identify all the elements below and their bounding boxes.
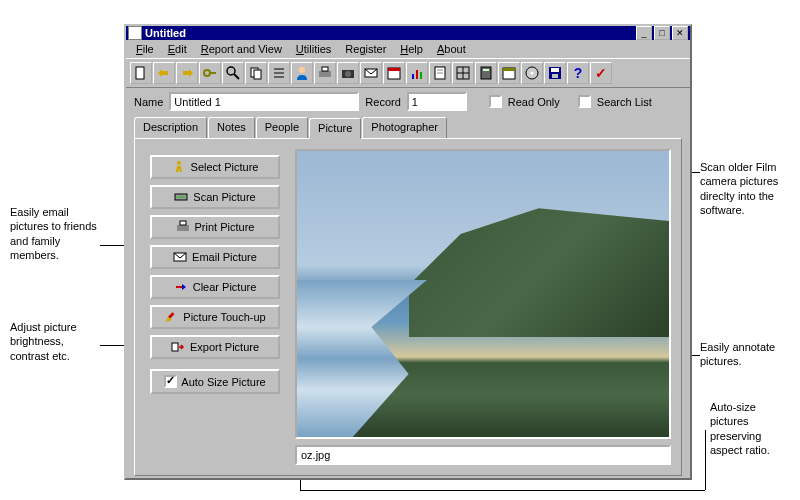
svg-rect-2 [210,72,216,74]
svg-line-4 [234,74,239,79]
touchup-picture-button[interactable]: Picture Touch-up [150,305,280,329]
tool-printer-icon[interactable] [314,62,336,84]
svg-rect-0 [136,67,144,79]
clear-picture-button[interactable]: Clear Picture [150,275,280,299]
app-icon [128,26,142,40]
export-picture-button[interactable]: Export Picture [150,335,280,359]
name-input[interactable] [169,92,359,111]
close-button[interactable]: ✕ [672,26,688,40]
person-run-icon [172,160,186,174]
svg-point-36 [177,161,181,165]
searchlist-label: Search List [597,96,652,108]
svg-rect-28 [483,69,489,71]
printer-icon [176,220,190,234]
annotation-scan: Scan older Film camera pictures direclty… [700,160,795,217]
record-label: Record [365,96,400,108]
tool-report-icon[interactable] [429,62,451,84]
annotation-autosize: Auto-size pictures preserving aspect rat… [710,400,790,457]
tab-notes[interactable]: Notes [208,117,255,138]
tool-envelope-icon[interactable] [360,62,382,84]
pencil-icon [164,310,178,324]
tool-hand-right-icon[interactable] [176,62,198,84]
email-picture-button[interactable]: Email Picture [150,245,280,269]
picture-buttons: Select Picture Scan Picture Print Pictur… [145,149,285,465]
tool-chart-icon[interactable] [406,62,428,84]
menu-about[interactable]: About [431,42,472,56]
tool-check-icon[interactable]: ✓ [590,62,612,84]
print-picture-button[interactable]: Print Picture [150,215,280,239]
svg-point-3 [227,67,235,75]
menu-help[interactable]: Help [394,42,429,56]
menu-utilities[interactable]: Utilities [290,42,337,56]
tab-description[interactable]: Description [134,117,207,138]
app-window: Untitled _ □ ✕ File Edit Report and View… [124,24,692,480]
menu-file[interactable]: File [130,42,160,56]
tab-photographer[interactable]: Photographer [362,117,447,138]
picture-preview[interactable] [295,149,671,439]
scan-picture-button[interactable]: Scan Picture [150,185,280,209]
tool-list-icon[interactable] [268,62,290,84]
tab-content: Select Picture Scan Picture Print Pictur… [134,138,682,476]
tool-cd-icon[interactable] [521,62,543,84]
autosize-checkbox[interactable] [164,375,177,388]
envelope-icon [173,250,187,264]
tool-hand-left-icon[interactable] [153,62,175,84]
tool-calendar-icon[interactable] [383,62,405,84]
svg-rect-18 [412,74,414,79]
tool-camera-icon[interactable] [337,62,359,84]
svg-rect-11 [319,71,331,77]
tab-panel: Description Notes People Picture Photogr… [134,117,682,476]
svg-rect-19 [416,70,418,79]
select-picture-button[interactable]: Select Picture [150,155,280,179]
svg-rect-27 [481,67,491,79]
record-input[interactable] [407,92,467,111]
name-label: Name [134,96,163,108]
tab-picture[interactable]: Picture [309,118,361,139]
maximize-button[interactable]: □ [654,26,670,40]
tool-new-icon[interactable] [130,62,152,84]
tool-save-icon[interactable] [544,62,566,84]
menu-edit[interactable]: Edit [162,42,193,56]
svg-rect-12 [322,67,328,71]
scanner-icon [174,190,188,204]
filename-field[interactable]: oz.jpg [295,445,671,465]
svg-point-32 [531,72,534,75]
annotation-annotate: Easily annotate pictures. [700,340,790,369]
tool-copy-icon[interactable] [245,62,267,84]
menu-register[interactable]: Register [339,42,392,56]
tool-key-icon[interactable] [199,62,221,84]
svg-rect-30 [503,68,515,71]
record-bar: Name Record Read Only Search List [126,88,690,115]
svg-rect-39 [177,225,189,231]
menu-report[interactable]: Report and View [195,42,288,56]
autosize-label: Auto Size Picture [181,376,265,388]
svg-rect-40 [180,221,186,225]
tool-calc-icon[interactable] [475,62,497,84]
toolbar: ? ✓ [126,58,690,88]
readonly-label: Read Only [508,96,560,108]
tool-date-icon[interactable] [498,62,520,84]
annotation-email: Easily email pictures to friends and fam… [10,205,100,262]
menubar: File Edit Report and View Utilities Regi… [126,40,690,58]
svg-point-14 [345,71,351,77]
tool-person-icon[interactable] [291,62,313,84]
window-title: Untitled [145,27,634,39]
tool-help-icon[interactable]: ? [567,62,589,84]
export-icon [171,340,185,354]
readonly-checkbox[interactable] [489,95,502,108]
tool-find-icon[interactable] [222,62,244,84]
titlebar: Untitled _ □ ✕ [126,26,690,40]
svg-rect-20 [420,72,422,79]
annotation-adjust: Adjust picture brightness, contrast etc. [10,320,100,363]
svg-rect-35 [552,74,558,78]
tool-grid-icon[interactable] [452,62,474,84]
minimize-button[interactable]: _ [636,26,652,40]
tab-people[interactable]: People [256,117,308,138]
svg-rect-44 [172,343,178,351]
searchlist-checkbox[interactable] [578,95,591,108]
svg-point-1 [204,70,210,76]
clear-icon [174,280,188,294]
svg-rect-17 [388,68,400,71]
autosize-row: Auto Size Picture [150,369,280,394]
svg-point-10 [299,67,305,73]
